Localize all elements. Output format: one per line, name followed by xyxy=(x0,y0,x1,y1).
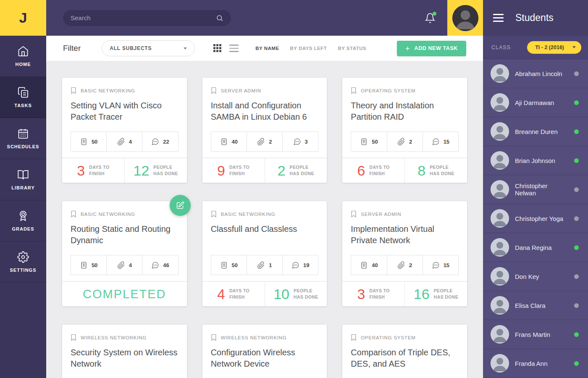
student-row[interactable]: Franda Ann xyxy=(483,349,588,378)
student-status-dot xyxy=(574,332,579,337)
task-card[interactable]: WIRELESS NETWORKING Security System on W… xyxy=(62,325,187,378)
sort-option[interactable]: BY STATUS xyxy=(338,46,366,51)
sidebar-item-library[interactable]: LIBRARY xyxy=(0,159,46,200)
app-logo[interactable]: J xyxy=(0,0,46,36)
task-count: 50 xyxy=(71,255,106,275)
task-title: Comparison of Triple DES, DES, and AES xyxy=(351,347,459,370)
task-category: SERVER ADMIN xyxy=(351,210,459,218)
main-nav: HOME TASKS SCHEDULES LIBRARY GRADES SETT… xyxy=(0,36,46,283)
bookmark-icon xyxy=(71,210,76,218)
sidebar-item-label: SCHEDULES xyxy=(7,144,39,149)
add-new-task-label: ADD NEW TASK xyxy=(415,45,458,51)
user-avatar-button[interactable] xyxy=(447,0,483,36)
menu-icon[interactable] xyxy=(493,14,504,22)
note-icon xyxy=(220,261,228,269)
list-view-button[interactable] xyxy=(229,45,239,52)
students-header: Students xyxy=(483,0,588,36)
center-column: Filter ALL SUBJECTS BY NAMEBY DAYS LEFTB… xyxy=(46,0,483,378)
student-name: Aji Darmawan xyxy=(515,99,568,106)
sidebar-item-tasks[interactable]: TASKS xyxy=(0,77,46,118)
student-row[interactable]: Frans Martin xyxy=(483,320,588,349)
task-card-grid: BASIC NETWORKING Setting VLAN with Cisco… xyxy=(46,61,483,378)
task-title: Implementation Virtual Private Network xyxy=(351,223,459,246)
task-category-label: OPERATING SYSTEM xyxy=(361,335,415,340)
task-card-body: BASIC NETWORKING Routing Static and Rout… xyxy=(62,201,187,281)
people-has-done: 16PEOPLEHAS DONE xyxy=(404,282,467,306)
task-card[interactable]: BASIC NETWORKING Setting VLAN with Cisco… xyxy=(62,78,187,183)
student-avatar xyxy=(491,354,509,373)
student-name: Frans Martin xyxy=(515,331,568,338)
student-row[interactable]: Christopher Yoga xyxy=(483,204,588,233)
gear-icon xyxy=(17,251,29,263)
task-category-label: WIRELESS NETWORKING xyxy=(221,335,287,340)
student-row[interactable]: Brian Johnson xyxy=(483,146,588,175)
task-title: Setting VLAN with Cisco Packet Tracer xyxy=(71,100,178,123)
sidebar-item-schedules[interactable]: SCHEDULES xyxy=(0,118,46,159)
task-card[interactable]: OPERATING SYSTEM Theory and Instalation … xyxy=(342,78,467,183)
sidebar-item-grades[interactable]: GRADES xyxy=(0,200,46,242)
paperclip-icon xyxy=(117,138,125,146)
task-card[interactable]: SERVER ADMIN Install and Configuration S… xyxy=(202,78,327,183)
student-avatar xyxy=(491,238,509,257)
sort-option[interactable]: BY NAME xyxy=(255,46,279,51)
student-row[interactable]: Elisa Clara xyxy=(483,291,588,320)
task-category-label: OPERATING SYSTEM xyxy=(361,88,415,93)
task-category: OPERATING SYSTEM xyxy=(351,334,459,341)
student-status-dot xyxy=(574,361,579,366)
chat-icon xyxy=(291,261,299,269)
task-category-label: WIRELESS NETWORKING xyxy=(81,335,147,340)
student-status-dot xyxy=(574,274,579,279)
sort-option[interactable]: BY DAYS LEFT xyxy=(290,46,327,51)
student-name: Dana Regina xyxy=(515,244,568,251)
add-new-task-button[interactable]: + ADD NEW TASK xyxy=(397,41,466,56)
student-row[interactable]: Abraham Lincoln xyxy=(483,59,588,88)
filter-label: Filter xyxy=(63,44,81,53)
search-bar xyxy=(63,10,231,26)
task-title: Configuration Wireless Network Device xyxy=(211,347,319,370)
subject-filter-dropdown[interactable]: ALL SUBJECTS xyxy=(102,40,195,56)
sidebar-item-settings[interactable]: SETTINGS xyxy=(0,242,46,283)
task-count: 50 xyxy=(71,132,106,151)
days-to-finish: 4DAYS TOFINISH xyxy=(202,282,265,306)
student-row[interactable]: Breanne Duren xyxy=(483,117,588,146)
task-card-footer: 3DAYS TOFINISH12PEOPLEHAS DONE xyxy=(62,158,187,183)
student-name: Franda Ann xyxy=(515,360,568,367)
student-avatar xyxy=(491,64,509,83)
search-input[interactable] xyxy=(71,14,216,21)
student-row[interactable]: Aji Darmawan xyxy=(483,88,588,117)
student-row[interactable]: Don Key xyxy=(483,262,588,291)
student-row[interactable]: Christopher Nelwan xyxy=(483,175,588,204)
notifications-button[interactable] xyxy=(425,13,436,24)
task-card[interactable]: SERVER ADMIN Implementation Virtual Priv… xyxy=(342,201,467,306)
sidebar-item-label: LIBRARY xyxy=(11,185,34,190)
search-icon[interactable] xyxy=(216,14,223,22)
top-bar xyxy=(46,0,483,36)
avatar xyxy=(452,5,478,31)
task-count: 50 xyxy=(351,132,386,151)
class-dropdown[interactable]: TI - 2 (2016) xyxy=(527,41,581,54)
student-avatar xyxy=(491,180,509,199)
student-avatar xyxy=(491,296,509,315)
sidebar-item-label: TASKS xyxy=(14,103,32,108)
grid-view-button[interactable] xyxy=(213,44,222,52)
task-card-body: OPERATING SYSTEM Comparison of Triple DE… xyxy=(342,325,467,378)
task-card[interactable]: BASIC NETWORKING Routing Static and Rout… xyxy=(62,201,187,306)
student-name: Elisa Clara xyxy=(515,302,568,309)
task-card[interactable]: WIRELESS NETWORKING Configuration Wirele… xyxy=(202,325,327,378)
bookmark-icon xyxy=(211,87,217,94)
students-title: Students xyxy=(515,12,554,24)
plus-icon: + xyxy=(405,45,410,52)
task-card[interactable]: OPERATING SYSTEM Comparison of Triple DE… xyxy=(342,325,467,378)
comment-count: 22 xyxy=(142,132,178,151)
edit-task-button[interactable] xyxy=(170,195,191,216)
task-card[interactable]: BASIC NETWORKING Classfull and Classless… xyxy=(202,201,327,306)
task-category-label: SERVER ADMIN xyxy=(221,88,261,93)
student-row[interactable]: Dana Regina xyxy=(483,233,588,262)
task-card-footer: 6DAYS TOFINISH8PEOPLEHAS DONE xyxy=(342,158,467,183)
people-has-done: 10PEOPLEHAS DONE xyxy=(265,282,327,306)
bookmark-icon xyxy=(351,334,357,341)
sidebar-item-home[interactable]: HOME xyxy=(0,36,46,77)
view-toggles xyxy=(213,44,239,52)
class-label: CLASS xyxy=(491,45,511,50)
task-stats: 40 2 15 xyxy=(351,255,459,275)
